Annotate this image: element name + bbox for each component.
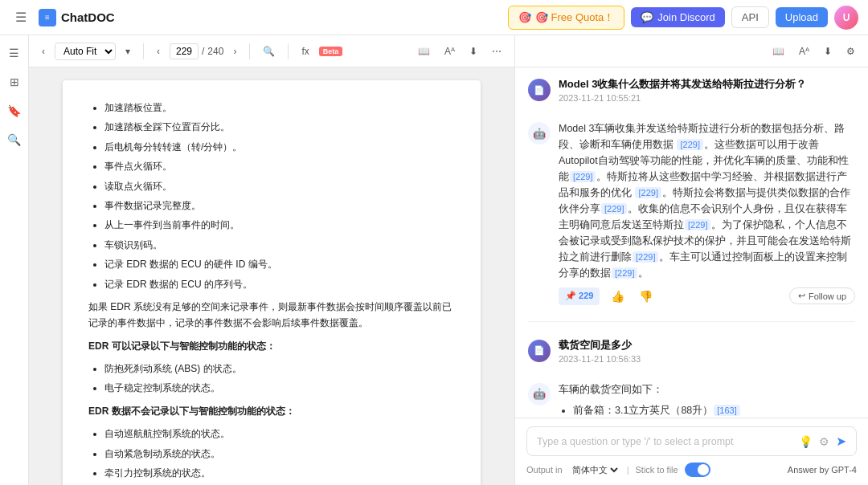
input-settings-icon[interactable]: ⚙ (819, 435, 829, 448)
page-input[interactable] (170, 43, 199, 59)
a1-actions: 📌 229 👍 👎 ↩ Follow up (559, 287, 855, 305)
a1-text: Model 3车辆收集并发送给特斯拉进行分析的数据包括分析、路段、诊断和车辆使用… (559, 120, 855, 281)
chat-panel: 📖 Aᴬ ⬇ ⚙ 📄 Model 3收集什么数据并将其发送给特斯拉进行分析？ 2… (514, 35, 868, 485)
q2-content: 载货空间是多少 2023-11-21 10:56:33 (559, 338, 855, 369)
quota-icon: 🎯 (518, 11, 531, 23)
list-item: 读取点火循环。 (104, 178, 455, 194)
quota-label: 🎯 Free Quota！ (535, 10, 614, 25)
chat-input[interactable] (537, 436, 792, 447)
list-item: 事件数据记录完整度。 (104, 198, 455, 214)
list-item: 记录 EDR 数据的 ECU 的硬件 ID 编号。 (104, 256, 455, 272)
ref-229-3[interactable]: [229] (635, 187, 661, 198)
list-item: 自动紧急制动系统的状态。 (104, 446, 455, 462)
ref-badge-229[interactable]: 📌 229 (559, 287, 600, 305)
page-nav: / 240 (170, 43, 223, 59)
ref-229-5[interactable]: [229] (685, 219, 710, 230)
sidebar: ☰ ⊞ 🔖 🔍 (0, 35, 29, 485)
edr-override-text: 如果 EDR 系统没有足够的空间来记录事件，则最新事件数据会按时间顺序覆盖以前已… (88, 299, 455, 332)
input-send-icon[interactable]: ➤ (836, 434, 846, 449)
stick-to-file-toggle[interactable] (685, 463, 710, 477)
list-item: 牵引力控制系统的状态。 (104, 465, 455, 481)
main-layout: ☰ ⊞ 🔖 🔍 ‹ Auto Fit ▾ ‹ / 240 › 🔍 fx (0, 35, 868, 485)
chat-download-icon[interactable]: ⬇ (819, 43, 837, 59)
a1-like-btn[interactable]: 👍 (608, 288, 628, 304)
sidebar-thumbnail-icon[interactable]: ⊞ (3, 71, 26, 93)
ref-229-4[interactable]: [229] (601, 203, 627, 214)
answer-by-label: Answer by GPT-4 (788, 465, 857, 475)
q1-content: Model 3收集什么数据并将其发送给特斯拉进行分析？ 2023-11-21 1… (559, 77, 855, 108)
page-total: 240 (207, 46, 223, 57)
a2-intro: 车辆的载货空间如下： (559, 381, 855, 397)
chat-question-1: 📄 Model 3收集什么数据并将其发送给特斯拉进行分析？ 2023-11-21… (528, 77, 855, 108)
toolbar-text-icon[interactable]: Aᴬ (440, 43, 460, 59)
app-logo: ≡ ChatDOC (39, 9, 115, 26)
fit-select[interactable]: Auto Fit (55, 43, 116, 60)
followup-icon: ↩ (798, 291, 805, 301)
list-item: 加速踏板全踩下位置百分比。 (104, 119, 455, 135)
list-item: 加速踏板位置。 (104, 100, 455, 116)
api-label: API (742, 11, 759, 23)
upload-button[interactable]: Upload (776, 7, 828, 27)
edr-smart-heading: EDR 可以记录以下与智能控制功能的状态： (88, 338, 455, 354)
cargo-list: 前备箱：3.1立方英尺（88升）[163] 第二排后方：21立方英尺（594升）… (559, 402, 855, 418)
toolbar-download-icon[interactable]: ⬇ (465, 43, 482, 59)
sidebar-search-icon[interactable]: 🔍 (3, 128, 26, 151)
chat-book-icon[interactable]: 📖 (768, 43, 789, 59)
output-label: Output in (526, 465, 563, 475)
cargo-item-1: 前备箱：3.1立方英尺（88升）[163] (573, 402, 855, 418)
q2-user-icon: 📄 (528, 340, 551, 362)
input-bulb-icon[interactable]: 💡 (799, 435, 813, 448)
a1-followup-btn[interactable]: ↩ Follow up (789, 287, 855, 304)
chat-settings-icon[interactable]: ⚙ (841, 43, 860, 59)
chat-text-size-icon[interactable]: Aᴬ (794, 43, 814, 59)
q2-title: 载货空间是多少 (559, 338, 855, 353)
q2-time: 2023-11-21 10:56:33 (559, 354, 855, 364)
page-next-button[interactable]: › (228, 43, 241, 59)
input-icons: 💡 ⚙ ➤ (799, 434, 846, 449)
fit-dropdown-button[interactable]: ▾ (121, 43, 135, 59)
quota-button[interactable]: 🎯 🎯 Free Quota！ (508, 6, 624, 30)
ref-163-1[interactable]: [163] (714, 405, 739, 416)
upload-label: Upload (785, 11, 818, 23)
list-item: 自动巡航航控制系统的状态。 (104, 426, 455, 442)
chat-input-row: 💡 ⚙ ➤ (526, 426, 857, 456)
ref-229-7[interactable]: [229] (612, 267, 637, 279)
list-item: 电子稳定控制系统的状态。 (104, 380, 455, 396)
beta-badge: Beta (319, 47, 343, 56)
discord-label: Join Discord (657, 11, 715, 23)
list-item: 车锁识别码。 (104, 237, 455, 253)
discord-button[interactable]: 💬 Join Discord (631, 7, 725, 27)
edr-list: 加速踏板位置。 加速踏板全踩下位置百分比。 后电机每分转转速（转/分钟）。 事件… (88, 100, 455, 292)
ref-229-1[interactable]: [229] (677, 139, 702, 150)
page-prev-button[interactable]: ‹ (152, 43, 165, 59)
menu-icon[interactable]: ☰ (10, 6, 32, 29)
toolbar-more-icon[interactable]: ⋯ (487, 43, 506, 59)
chat-toolbar: 📖 Aᴬ ⬇ ⚙ (515, 35, 868, 67)
edr-smart-list: 防抱死刹动系统 (ABS) 的状态。 电子稳定控制系统的状态。 (88, 361, 455, 397)
toolbar-fx-button[interactable]: fx (297, 43, 313, 59)
a1-content: Model 3车辆收集并发送给特斯拉进行分析的数据包括分析、路段、诊断和车辆使用… (559, 120, 855, 305)
q1-title: Model 3收集什么数据并将其发送给特斯拉进行分析？ (559, 77, 855, 92)
list-item: 记录 EDR 数据的 ECU 的序列号。 (104, 276, 455, 292)
a1-dislike-btn[interactable]: 👎 (636, 288, 656, 304)
api-button[interactable]: API (731, 6, 769, 28)
edr-norecord-heading: EDR 数据不会记录以下与智能控制功能的状态： (88, 403, 455, 419)
toolbar-back-button[interactable]: ‹ (37, 43, 50, 59)
avatar-initials: U (843, 12, 850, 23)
toolbar-search-button[interactable]: 🔍 (258, 43, 280, 59)
ref-229-6[interactable]: [229] (633, 251, 658, 263)
toolbar-book-icon[interactable]: 📖 (413, 43, 435, 59)
q1-user-icon: 📄 (528, 79, 551, 101)
language-select[interactable]: 简体中文 (569, 464, 620, 475)
ref-229-2[interactable]: [229] (570, 171, 596, 182)
sidebar-menu-icon[interactable]: ☰ (3, 42, 26, 64)
avatar[interactable]: U (834, 6, 858, 30)
a2-bot-icon: 🤖 (528, 383, 551, 406)
doc-content: 加速踏板位置。 加速踏板全踩下位置百分比。 后电机每分转转速（转/分钟）。 事件… (29, 67, 514, 485)
q1-time: 2023-11-21 10:55:21 (559, 93, 855, 103)
list-item: 从上一事件到当前事件的时间。 (104, 217, 455, 233)
chat-input-area: 💡 ⚙ ➤ Output in 简体中文 | Stick to file Ans… (515, 418, 868, 485)
sidebar-bookmark-icon[interactable]: 🔖 (3, 100, 26, 122)
app-name: ChatDOC (61, 10, 115, 24)
doc-toolbar: ‹ Auto Fit ▾ ‹ / 240 › 🔍 fx Beta 📖 Aᴬ (29, 35, 514, 67)
